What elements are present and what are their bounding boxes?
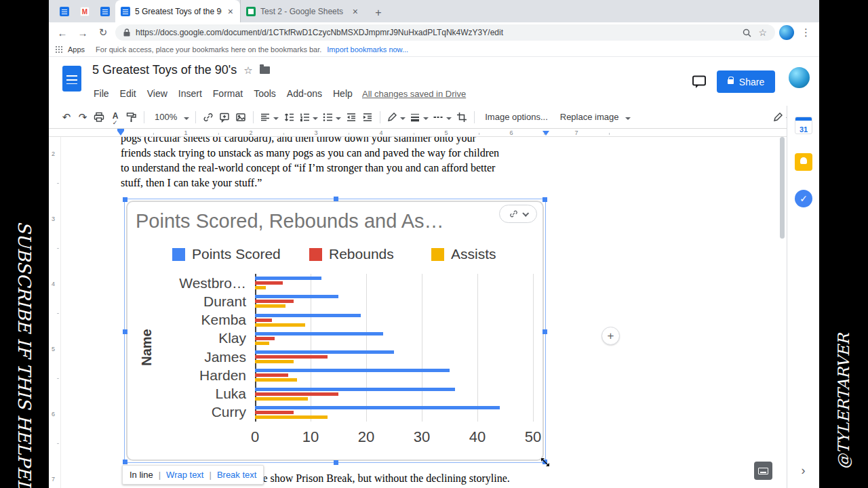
comments-icon[interactable] [692,75,707,92]
new-tab-button[interactable]: + [369,3,388,22]
menu-addons[interactable]: Add-ons [281,87,328,100]
chart-bar [255,397,308,401]
paragraph-line: pogs (circular sheets of cardboard), and… [121,137,555,146]
document-title[interactable]: 5 Greatest Toys of the 90's [92,63,237,77]
vertical-ruler: 234567 [49,137,61,488]
print-button[interactable] [91,108,107,126]
paint-format-button[interactable] [123,108,140,126]
scrollbar-thumb[interactable] [780,137,785,239]
browser-window: 5 Greatest Toys of the 90's - G×Test 2 -… [49,0,819,488]
chart-bar [255,369,450,372]
bookmark-star-icon[interactable]: ☆ [758,27,767,38]
browser-tab[interactable]: Test 2 - Google Sheets× [240,0,365,22]
break-text-option[interactable]: Break text [217,470,257,480]
docs-icon [60,7,69,16]
image-options-button[interactable]: Image options... [479,108,554,126]
line-spacing-button[interactable] [281,108,297,126]
linked-chart-button[interactable] [499,205,537,223]
forward-button[interactable]: → [75,27,91,39]
menu-edit[interactable]: Edit [115,87,142,100]
hide-side-panel-chevron[interactable]: › [787,464,819,478]
numbered-list-button[interactable] [297,108,320,126]
resize-handle-s[interactable] [334,460,338,465]
spellcheck-button[interactable]: A✓ [107,108,123,126]
import-bookmarks-link[interactable]: Import bookmarks now... [327,45,408,54]
star-icon[interactable]: ☆ [243,64,252,77]
lock-icon [123,28,130,37]
border-dash-button[interactable] [431,108,454,126]
pinned-tabs [54,0,115,22]
docs-header: 5 Greatest Toys of the 90's ☆ FileEditVi… [49,57,819,106]
chart-bar [255,342,269,345]
browser-tab[interactable]: 5 Greatest Toys of the 90's - G× [115,0,240,22]
align-button[interactable] [258,108,281,126]
apps-grid-icon[interactable] [56,46,62,53]
ruler-tick [57,248,59,249]
redo-button[interactable]: ↷ [75,108,91,126]
chart-bar [255,350,394,354]
ruler-number: 1 [184,129,187,136]
resize-handle-sw[interactable] [123,460,127,464]
menu-view[interactable]: View [142,87,173,100]
save-status[interactable]: All changes saved in Drive [362,89,466,99]
selected-image[interactable]: Points Scored, Rebounds and As… Name Poi… [124,199,546,463]
menu-insert[interactable]: Insert [173,87,208,100]
ruler-number: 7 [52,476,55,483]
border-weight-button[interactable] [408,108,431,126]
legend-item: Assists [431,247,496,262]
replace-image-button[interactable]: Replace image [554,108,633,126]
ruler-number: 3 [52,216,55,222]
address-bar[interactable]: https://docs.google.com/document/d/1CTkf… [115,24,775,41]
pinned-tab[interactable] [75,0,95,22]
resize-handle-n[interactable] [334,197,338,201]
outdent-button[interactable] [343,108,359,126]
move-folder-icon[interactable] [260,66,270,74]
left-letterbox: SUBSCRIBE IF THIS HELPED! [0,0,49,488]
category-label: Westbro… [125,275,251,291]
pinned-tab[interactable] [54,0,75,22]
border-color-button[interactable] [384,108,408,126]
resize-handle-w[interactable] [123,329,127,334]
inline-option[interactable]: In line [130,470,153,480]
resize-handle-nw[interactable] [123,197,127,202]
menu-format[interactable]: Format [208,87,248,100]
right-overlay-text: @TYLERTARVER [835,333,852,469]
docs-logo[interactable] [62,66,81,92]
zoom-icon[interactable] [743,28,751,37]
keep-icon[interactable] [795,153,812,171]
browser-menu-icon[interactable]: ⋮ [798,26,814,39]
horizontal-ruler: 1234567 [49,129,819,137]
ruler-tick [57,443,59,444]
share-button[interactable]: Share [717,70,775,93]
indent-button[interactable] [359,108,376,126]
back-button[interactable]: ← [54,27,71,39]
add-comment-button[interactable]: + [601,327,620,345]
menu-help[interactable]: Help [328,87,358,100]
account-avatar[interactable] [789,67,810,88]
input-tools-button[interactable] [754,462,772,480]
bulleted-list-button[interactable] [320,108,343,126]
resize-handle-e[interactable] [542,329,547,334]
tab-close-icon[interactable]: × [351,7,359,16]
undo-button[interactable]: ↶ [58,108,75,126]
tab-close-icon[interactable]: × [226,7,235,16]
add-comment-icon[interactable] [216,108,233,126]
resize-handle-ne[interactable] [542,197,547,202]
ruler-tick [57,378,59,379]
reload-button[interactable]: ↻ [95,26,111,39]
menu-bar: FileEditViewInsertFormatToolsAdd-onsHelp [88,87,358,100]
insert-image-icon[interactable] [233,108,249,126]
tasks-icon[interactable]: ✓ [795,190,812,207]
insert-link-icon[interactable] [200,108,216,126]
apps-label[interactable]: Apps [68,45,85,54]
profile-avatar[interactable] [779,25,794,40]
x-tick-label: 0 [235,428,275,446]
menu-tools[interactable]: Tools [248,87,281,100]
zoom-select[interactable]: 100% [149,108,191,126]
crop-button[interactable] [454,108,470,126]
pinned-tab[interactable] [95,0,115,22]
wrap-text-option[interactable]: Wrap text [166,470,203,480]
calendar-icon[interactable]: 31 [795,117,812,134]
menu-file[interactable]: File [88,87,115,100]
document-canvas[interactable]: 234567 pogs (circular sheets of cardboar… [49,137,819,488]
